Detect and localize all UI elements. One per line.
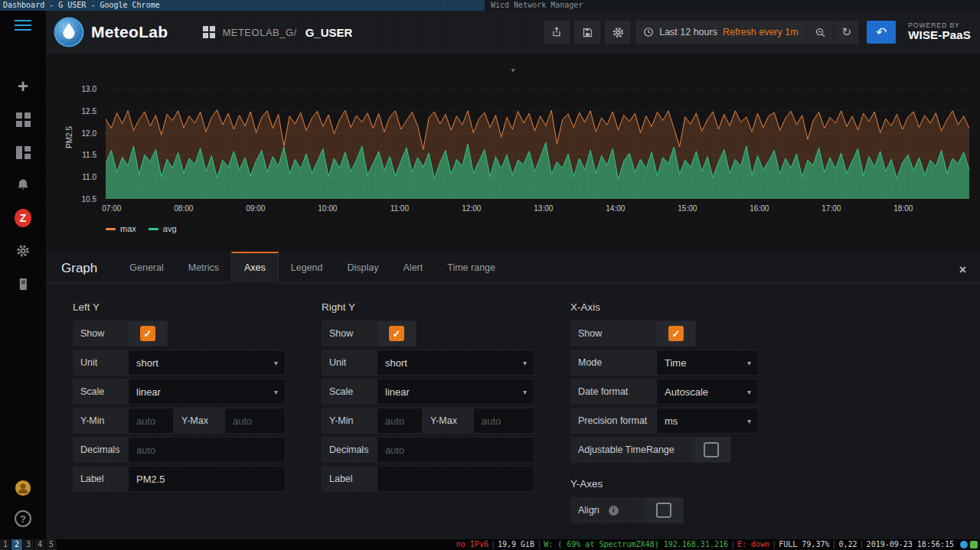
left-y-max-input[interactable] xyxy=(224,408,286,434)
right-y-unit-select[interactable]: short▾ xyxy=(377,350,534,376)
left-y-decimals-field[interactable] xyxy=(136,444,277,456)
x-axis-adjustable-checkbox[interactable] xyxy=(691,437,731,463)
info-icon[interactable]: i xyxy=(609,506,619,516)
status-segment: 19,9 GiB xyxy=(498,539,534,550)
brand-name: MeteoLab xyxy=(91,23,168,41)
zoom-out-button[interactable] xyxy=(807,21,835,44)
playlist-icon[interactable] xyxy=(15,144,31,161)
refresh-button[interactable]: ↻ xyxy=(835,21,860,44)
tray-network-icon[interactable] xyxy=(960,541,968,548)
y-tick-label: 11.0 xyxy=(82,173,96,181)
left-y-decimals-input[interactable] xyxy=(128,437,286,463)
save-button[interactable] xyxy=(574,21,600,44)
menu-icon[interactable] xyxy=(15,20,31,31)
chevron-down-icon: ▾ xyxy=(747,417,751,425)
left-y-label-field[interactable] xyxy=(136,474,277,485)
time-range-picker[interactable]: Last 12 hours Refresh every 1m xyxy=(635,21,806,44)
x-axis-precision-label: Precision format xyxy=(570,408,656,434)
legend-item-max[interactable]: max xyxy=(106,224,136,233)
x-axis-show-label: Show xyxy=(570,321,656,347)
taskbar-window-wicd[interactable]: Wicd Network Manager xyxy=(485,0,980,11)
panel-menu-caret-icon[interactable]: ▾ xyxy=(511,66,514,74)
right-y-decimals-field[interactable] xyxy=(385,444,526,456)
x-tick-label: 10:00 xyxy=(318,204,337,213)
legend-item-avg[interactable]: avg xyxy=(149,224,177,233)
powered-by-line2: WISE-PaaS xyxy=(908,29,971,42)
settings-gear-icon[interactable] xyxy=(15,242,31,259)
right-y-min-field[interactable] xyxy=(385,415,414,427)
panel-settings-button[interactable] xyxy=(605,21,631,44)
time-range-label: Last 12 hours xyxy=(659,27,717,37)
graph-plot[interactable] xyxy=(106,84,969,199)
left-y-max-label: Y-Max xyxy=(174,408,224,434)
left-y-max-field[interactable] xyxy=(233,415,277,427)
brand-logo[interactable]: MeteoLab xyxy=(54,17,168,47)
left-y-decimals-label: Decimals xyxy=(73,437,128,463)
right-y-scale-select[interactable]: linear▾ xyxy=(377,379,534,405)
tab-display[interactable]: Display xyxy=(335,252,391,282)
x-axis-dateformat-select[interactable]: Autoscale▾ xyxy=(656,379,759,405)
back-button[interactable]: ↶ xyxy=(867,21,896,44)
z-app-icon[interactable]: Z xyxy=(15,210,31,226)
workspace-4[interactable]: 4 xyxy=(34,539,46,550)
taskbar-window-chrome[interactable]: Dashboard - G USER - Google Chrome xyxy=(0,0,485,11)
left-y-show-checkbox[interactable]: ✓ xyxy=(128,321,168,347)
workspace-3[interactable]: 3 xyxy=(23,539,34,550)
right-y-label-input[interactable] xyxy=(377,466,534,492)
chevron-down-icon: ▾ xyxy=(523,359,527,367)
tab-general[interactable]: General xyxy=(117,252,175,282)
left-y-unit-select[interactable]: short▾ xyxy=(128,350,286,376)
left-y-label-input[interactable] xyxy=(128,466,286,492)
x-axis-heading: X-Axis xyxy=(570,301,759,313)
left-y-scale-label: Scale xyxy=(73,379,128,405)
share-button[interactable] xyxy=(544,21,570,44)
user-avatar[interactable] xyxy=(15,480,31,496)
tab-time-range[interactable]: Time range xyxy=(435,252,508,282)
right-y-max-input[interactable] xyxy=(473,408,534,434)
x-axis-show-checkbox[interactable]: ✓ xyxy=(656,321,696,347)
chevron-down-icon: ▾ xyxy=(523,388,527,396)
right-y-max-field[interactable] xyxy=(482,415,526,427)
right-y-label-field[interactable] xyxy=(385,474,526,485)
right-y-min-input[interactable] xyxy=(377,408,423,434)
right-y-max-label: Y-Max xyxy=(423,408,473,434)
x-axis-precision-select[interactable]: ms▾ xyxy=(656,408,759,434)
y-axes-align-checkbox[interactable] xyxy=(644,497,684,523)
segment-separator: | xyxy=(537,539,541,550)
docs-book-icon[interactable] xyxy=(15,275,31,292)
status-segment: 2019-09-23 18:56:15 xyxy=(867,539,954,550)
x-axis-mode-select[interactable]: Time▾ xyxy=(656,350,759,376)
help-icon[interactable]: ? xyxy=(15,510,31,527)
left-y-min-field[interactable] xyxy=(136,415,165,427)
left-y-min-input[interactable] xyxy=(128,408,174,434)
x-tick-label: 09:00 xyxy=(246,204,265,213)
left-y-min-label: Y-Min xyxy=(73,408,128,434)
status-segment: 0,22 xyxy=(838,539,857,550)
tab-alert[interactable]: Alert xyxy=(391,252,436,282)
add-icon[interactable]: + xyxy=(15,78,31,95)
workspace-5[interactable]: 5 xyxy=(46,539,57,550)
close-editor-icon[interactable]: × xyxy=(959,264,966,276)
left-y-unit-label: Unit xyxy=(73,350,128,376)
right-y-show-checkbox[interactable]: ✓ xyxy=(377,321,416,347)
legend-label: max xyxy=(120,224,136,233)
legend-swatch xyxy=(106,228,116,230)
tab-axes[interactable]: Axes xyxy=(231,252,279,283)
tab-metrics[interactable]: Metrics xyxy=(176,252,231,282)
tab-legend[interactable]: Legend xyxy=(279,252,335,282)
breadcrumb[interactable]: METEOLAB_G/ G_USER xyxy=(203,26,352,39)
workspace-1[interactable]: 1 xyxy=(0,539,11,550)
legend-label: avg xyxy=(163,224,177,233)
board-icon xyxy=(16,146,31,159)
tray-app-icon[interactable] xyxy=(970,541,978,548)
x-axis-dateformat-label: Date format xyxy=(570,379,656,405)
left-y-heading: Left Y xyxy=(73,301,286,313)
workspace-2[interactable]: 2 xyxy=(11,539,23,550)
right-y-decimals-label: Decimals xyxy=(322,437,377,463)
right-y-decimals-input[interactable] xyxy=(377,437,534,463)
dashboards-icon[interactable] xyxy=(15,111,31,128)
left-y-scale-select[interactable]: linear▾ xyxy=(128,379,286,405)
y-axis-ticks: 10.511.011.512.012.513.0 xyxy=(66,84,101,199)
alerting-bell-icon[interactable] xyxy=(15,177,31,194)
status-segment: E: down xyxy=(737,539,769,550)
